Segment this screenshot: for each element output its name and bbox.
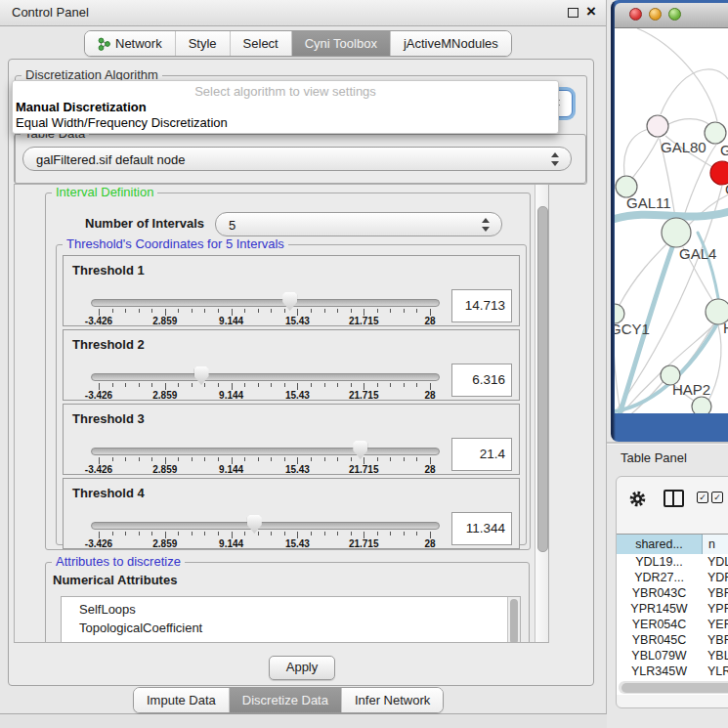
close-icon[interactable]: × (586, 2, 596, 21)
cell-name[interactable]: YBR0 (702, 632, 728, 648)
gear-icon[interactable] (628, 490, 647, 511)
cell-shared-name[interactable]: YPR145W (617, 601, 702, 617)
cell-shared-name[interactable]: YDL19... (617, 554, 702, 570)
tab-label: Cyni Toolbox (305, 36, 377, 51)
table-row[interactable]: YBL079WYBL0 (617, 648, 728, 664)
cell-name[interactable]: YER0 (702, 617, 728, 632)
node-bottom[interactable] (692, 397, 711, 413)
slider-tick (377, 383, 378, 387)
table-scrollbar-thumb[interactable] (621, 683, 728, 693)
slider-tick (139, 532, 140, 535)
node-gal4[interactable] (662, 218, 691, 247)
table-row[interactable]: YDL19...YDL1 (617, 554, 728, 570)
cell-name[interactable]: YDR2 (702, 570, 728, 585)
threshold-value-field[interactable]: 6.316 (451, 364, 512, 397)
cell-name[interactable]: YBL0 (702, 648, 728, 664)
tab-label: Network (115, 36, 162, 51)
cell-name[interactable]: YLR3 (702, 664, 728, 679)
table-row[interactable]: YPR145WYPR1 (617, 601, 728, 617)
checkbox-icon[interactable]: ✓ (697, 492, 708, 503)
table-horizontal-scrollbar[interactable] (619, 681, 728, 694)
attribute-item[interactable]: TopologicalCoefficient (79, 619, 520, 637)
settings-scrollbar-thumb[interactable] (537, 206, 548, 552)
slider-tick (125, 309, 126, 313)
table-row[interactable]: YLR345WYLR3 (617, 664, 728, 679)
slider-tick (125, 383, 126, 387)
numerical-attributes-list[interactable]: SelfLoopsTopologicalCoefficientBetweenne… (61, 596, 521, 643)
node-g[interactable] (705, 122, 726, 144)
cell-name[interactable]: YDL1 (702, 554, 728, 570)
column-header-shared[interactable]: shared... (617, 535, 703, 555)
cell-shared-name[interactable]: YBR045C (617, 632, 702, 648)
tab-jactivemnodules[interactable]: jActiveMNodules (391, 31, 511, 56)
cell-shared-name[interactable]: YBR043C (617, 585, 702, 601)
tab-network[interactable]: Network (85, 31, 176, 56)
slider-tick (271, 309, 272, 313)
tab-infer-network[interactable]: Infer Network (342, 688, 443, 712)
dropdown-item-manual-discretization[interactable]: Manual Discretization (16, 100, 147, 114)
slider-tick-label: 15.43 (285, 316, 310, 326)
apply-button[interactable]: Apply (269, 656, 335, 680)
slider-tick (112, 383, 113, 387)
slider-tick (364, 457, 364, 464)
table-row[interactable]: YBR045CYBR0 (617, 632, 728, 648)
column-header-name[interactable]: n (703, 535, 728, 555)
table-row[interactable]: YDR27...YDR2 (617, 570, 728, 585)
slider-thumb[interactable] (247, 515, 262, 534)
window-bottom-strip (0, 714, 607, 728)
slider-tick-label: 9.144 (219, 390, 243, 401)
attribute-item[interactable]: SelfLoops (79, 600, 520, 619)
tab-discretize-data[interactable]: Discretize Data (230, 688, 342, 712)
table-panel-title: Table Panel (621, 450, 687, 465)
panel-divider[interactable] (607, 442, 728, 445)
cell-name[interactable]: YBR0 (702, 585, 728, 601)
network-canvas[interactable]: GAL80 G C GAL11 GAL4 GCY1 H HAP2 (615, 28, 728, 413)
minimize-traffic-light-icon[interactable] (649, 8, 662, 21)
threshold-value-field[interactable]: 11.344 (451, 512, 512, 545)
slider-thumb[interactable] (194, 366, 209, 385)
numerical-attributes-heading: Numerical Attributes (53, 573, 177, 587)
cell-shared-name[interactable]: YDR27... (617, 570, 702, 585)
slider-range: -3.4262.8599.14415.4321.71528 (99, 256, 430, 325)
tab-style[interactable]: Style (176, 31, 231, 56)
checkbox-icon[interactable]: ✓ (711, 492, 723, 503)
slider-tick (178, 383, 179, 387)
settings-vertical-scrollbar[interactable] (535, 185, 548, 642)
attribute-item[interactable]: BetweennessCentrality (79, 637, 520, 643)
tab-impute-data[interactable]: Impute Data (134, 688, 230, 712)
slider-tick (204, 383, 205, 387)
close-traffic-light-icon[interactable] (629, 8, 642, 21)
slider-tick (390, 457, 391, 461)
threshold-value-field[interactable]: 14.713 (451, 289, 512, 322)
attributes-scrollbar[interactable] (507, 597, 520, 643)
tab-label: Impute Data (147, 693, 216, 707)
cell-shared-name[interactable]: YER054C (617, 617, 702, 632)
slider-tick (404, 309, 405, 313)
slider-tick (324, 457, 325, 461)
slider-tick (377, 532, 378, 535)
table-row[interactable]: YER054CYER0 (617, 617, 728, 632)
slider-tick (297, 309, 298, 316)
zoom-traffic-light-icon[interactable] (668, 8, 681, 21)
cell-shared-name[interactable]: YLR345W (617, 664, 702, 679)
number-of-intervals-combobox[interactable]: 5 (215, 212, 502, 236)
table-data-combobox[interactable]: galFiltered.sif default node (22, 147, 572, 171)
attributes-scrollbar-thumb[interactable] (510, 599, 518, 643)
threshold-value-field[interactable]: 21.4 (451, 438, 512, 471)
split-columns-icon[interactable] (664, 490, 684, 507)
cell-name[interactable]: YPR1 (702, 601, 728, 617)
slider-tick (337, 457, 338, 461)
cell-shared-name[interactable]: YBL079W (617, 648, 702, 664)
slider-tick (99, 457, 100, 464)
tab-cyni-toolbox[interactable]: Cyni Toolbox (292, 31, 391, 56)
dropdown-item-equal-width[interactable]: Equal Width/Frequency Discretization (16, 115, 228, 130)
node-gal80[interactable] (647, 115, 668, 137)
slider-thumb[interactable] (353, 441, 367, 459)
dropdown-hint-item[interactable]: Select algorithm to view settings (13, 84, 558, 99)
tab-select[interactable]: Select (231, 31, 292, 56)
slider-tick (99, 532, 100, 538)
float-window-icon[interactable] (568, 8, 578, 18)
slider-tick (377, 309, 378, 313)
table-header-row: shared... n (617, 534, 728, 556)
table-row[interactable]: YBR043CYBR0 (617, 585, 728, 601)
